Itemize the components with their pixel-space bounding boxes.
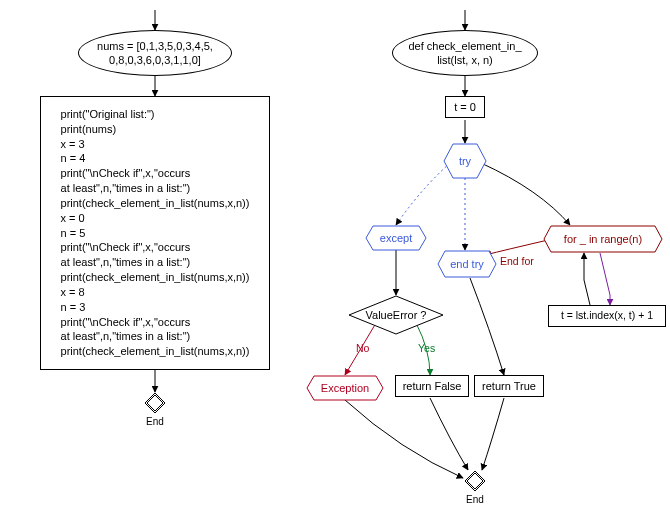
def-node: def check_element_in_ list(lst, x, n) [392, 30, 538, 76]
svg-marker-11 [444, 144, 486, 178]
svg-marker-12 [366, 226, 426, 250]
end-node-left [144, 392, 166, 414]
valueerror-node [348, 295, 444, 335]
end-node-right [464, 470, 486, 492]
yes-label: Yes [418, 342, 435, 354]
return-false-node: return False [395, 375, 469, 397]
svg-marker-18 [467, 473, 483, 489]
endtry-node [437, 250, 497, 278]
loop-body-node: t = lst.index(x, t) + 1 [548, 305, 666, 327]
svg-marker-15 [349, 296, 443, 334]
svg-marker-14 [544, 226, 662, 252]
init-node: t = 0 [445, 96, 485, 118]
endfor-label: End for [500, 255, 534, 267]
for-node [543, 225, 663, 253]
code-block: print("Original list:") print(nums) x = … [40, 96, 270, 370]
svg-marker-10 [147, 395, 163, 411]
svg-marker-16 [307, 376, 383, 400]
except-node [365, 225, 427, 251]
try-node [443, 143, 487, 179]
no-label: No [356, 342, 369, 354]
return-true-node: return True [474, 375, 544, 397]
svg-marker-13 [438, 251, 496, 277]
start-node-nums: nums = [0,1,3,5,0,3,4,5, 0,8,0,3,6,0,3,1… [78, 30, 232, 76]
exception-node [306, 375, 384, 401]
